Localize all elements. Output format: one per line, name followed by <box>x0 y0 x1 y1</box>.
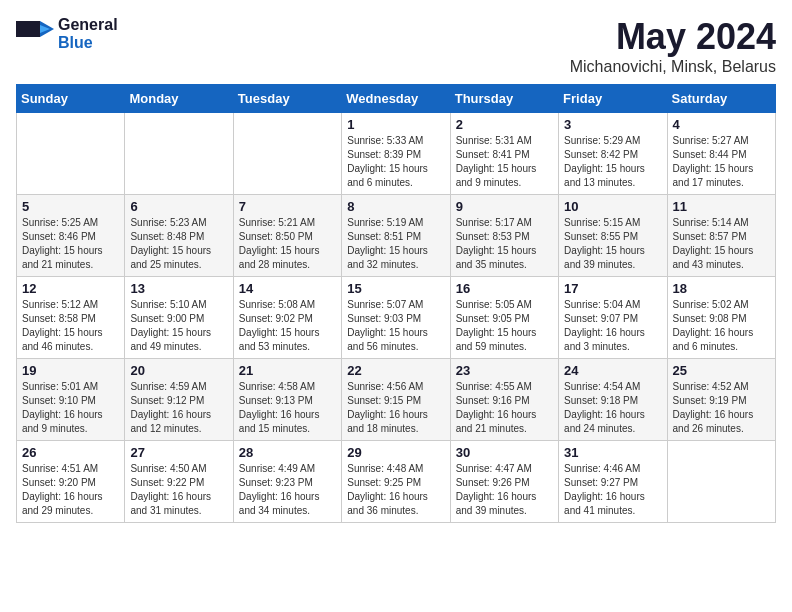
day-cell: 24Sunrise: 4:54 AMSunset: 9:18 PMDayligh… <box>559 359 667 441</box>
day-number: 22 <box>347 363 444 378</box>
header-cell-sunday: Sunday <box>17 85 125 113</box>
day-cell: 3Sunrise: 5:29 AMSunset: 8:42 PMDaylight… <box>559 113 667 195</box>
day-number: 27 <box>130 445 227 460</box>
day-number: 4 <box>673 117 770 132</box>
day-number: 19 <box>22 363 119 378</box>
header: General Blue May 2024 Michanovichi, Mins… <box>16 16 776 76</box>
day-number: 10 <box>564 199 661 214</box>
day-number: 1 <box>347 117 444 132</box>
header-row: SundayMondayTuesdayWednesdayThursdayFrid… <box>17 85 776 113</box>
day-cell: 18Sunrise: 5:02 AMSunset: 9:08 PMDayligh… <box>667 277 775 359</box>
day-number: 8 <box>347 199 444 214</box>
header-cell-tuesday: Tuesday <box>233 85 341 113</box>
day-cell: 27Sunrise: 4:50 AMSunset: 9:22 PMDayligh… <box>125 441 233 523</box>
day-number: 7 <box>239 199 336 214</box>
day-info: Sunrise: 4:56 AMSunset: 9:15 PMDaylight:… <box>347 380 444 436</box>
day-cell: 13Sunrise: 5:10 AMSunset: 9:00 PMDayligh… <box>125 277 233 359</box>
day-info: Sunrise: 5:07 AMSunset: 9:03 PMDaylight:… <box>347 298 444 354</box>
logo-general: General <box>58 16 118 33</box>
title-area: May 2024 Michanovichi, Minsk, Belarus <box>570 16 776 76</box>
day-info: Sunrise: 5:21 AMSunset: 8:50 PMDaylight:… <box>239 216 336 272</box>
day-cell: 10Sunrise: 5:15 AMSunset: 8:55 PMDayligh… <box>559 195 667 277</box>
day-number: 20 <box>130 363 227 378</box>
day-cell: 25Sunrise: 4:52 AMSunset: 9:19 PMDayligh… <box>667 359 775 441</box>
day-info: Sunrise: 5:10 AMSunset: 9:00 PMDaylight:… <box>130 298 227 354</box>
day-cell: 5Sunrise: 5:25 AMSunset: 8:46 PMDaylight… <box>17 195 125 277</box>
day-cell: 17Sunrise: 5:04 AMSunset: 9:07 PMDayligh… <box>559 277 667 359</box>
day-number: 29 <box>347 445 444 460</box>
day-info: Sunrise: 5:25 AMSunset: 8:46 PMDaylight:… <box>22 216 119 272</box>
day-info: Sunrise: 4:59 AMSunset: 9:12 PMDaylight:… <box>130 380 227 436</box>
day-info: Sunrise: 5:08 AMSunset: 9:02 PMDaylight:… <box>239 298 336 354</box>
day-cell: 23Sunrise: 4:55 AMSunset: 9:16 PMDayligh… <box>450 359 558 441</box>
day-cell: 26Sunrise: 4:51 AMSunset: 9:20 PMDayligh… <box>17 441 125 523</box>
day-cell: 12Sunrise: 5:12 AMSunset: 8:58 PMDayligh… <box>17 277 125 359</box>
day-number: 31 <box>564 445 661 460</box>
day-cell: 28Sunrise: 4:49 AMSunset: 9:23 PMDayligh… <box>233 441 341 523</box>
day-number: 17 <box>564 281 661 296</box>
calendar-title: May 2024 <box>570 16 776 58</box>
day-cell: 19Sunrise: 5:01 AMSunset: 9:10 PMDayligh… <box>17 359 125 441</box>
day-number: 6 <box>130 199 227 214</box>
calendar-table: SundayMondayTuesdayWednesdayThursdayFrid… <box>16 84 776 523</box>
day-cell: 15Sunrise: 5:07 AMSunset: 9:03 PMDayligh… <box>342 277 450 359</box>
day-number: 2 <box>456 117 553 132</box>
day-number: 13 <box>130 281 227 296</box>
day-number: 16 <box>456 281 553 296</box>
svg-rect-0 <box>16 21 40 37</box>
day-cell <box>667 441 775 523</box>
day-info: Sunrise: 5:19 AMSunset: 8:51 PMDaylight:… <box>347 216 444 272</box>
day-info: Sunrise: 4:50 AMSunset: 9:22 PMDaylight:… <box>130 462 227 518</box>
logo-icon <box>16 21 54 47</box>
day-cell: 1Sunrise: 5:33 AMSunset: 8:39 PMDaylight… <box>342 113 450 195</box>
day-info: Sunrise: 5:14 AMSunset: 8:57 PMDaylight:… <box>673 216 770 272</box>
day-info: Sunrise: 5:27 AMSunset: 8:44 PMDaylight:… <box>673 134 770 190</box>
day-cell: 21Sunrise: 4:58 AMSunset: 9:13 PMDayligh… <box>233 359 341 441</box>
day-cell: 6Sunrise: 5:23 AMSunset: 8:48 PMDaylight… <box>125 195 233 277</box>
header-cell-friday: Friday <box>559 85 667 113</box>
day-info: Sunrise: 5:23 AMSunset: 8:48 PMDaylight:… <box>130 216 227 272</box>
header-cell-monday: Monday <box>125 85 233 113</box>
day-info: Sunrise: 5:04 AMSunset: 9:07 PMDaylight:… <box>564 298 661 354</box>
day-number: 9 <box>456 199 553 214</box>
day-cell: 9Sunrise: 5:17 AMSunset: 8:53 PMDaylight… <box>450 195 558 277</box>
day-cell: 4Sunrise: 5:27 AMSunset: 8:44 PMDaylight… <box>667 113 775 195</box>
day-info: Sunrise: 5:31 AMSunset: 8:41 PMDaylight:… <box>456 134 553 190</box>
day-info: Sunrise: 5:17 AMSunset: 8:53 PMDaylight:… <box>456 216 553 272</box>
day-cell: 22Sunrise: 4:56 AMSunset: 9:15 PMDayligh… <box>342 359 450 441</box>
week-row-3: 12Sunrise: 5:12 AMSunset: 8:58 PMDayligh… <box>17 277 776 359</box>
day-info: Sunrise: 4:46 AMSunset: 9:27 PMDaylight:… <box>564 462 661 518</box>
day-cell: 30Sunrise: 4:47 AMSunset: 9:26 PMDayligh… <box>450 441 558 523</box>
header-cell-thursday: Thursday <box>450 85 558 113</box>
day-cell <box>125 113 233 195</box>
day-info: Sunrise: 5:01 AMSunset: 9:10 PMDaylight:… <box>22 380 119 436</box>
day-info: Sunrise: 5:15 AMSunset: 8:55 PMDaylight:… <box>564 216 661 272</box>
day-cell: 7Sunrise: 5:21 AMSunset: 8:50 PMDaylight… <box>233 195 341 277</box>
week-row-4: 19Sunrise: 5:01 AMSunset: 9:10 PMDayligh… <box>17 359 776 441</box>
day-cell: 16Sunrise: 5:05 AMSunset: 9:05 PMDayligh… <box>450 277 558 359</box>
week-row-2: 5Sunrise: 5:25 AMSunset: 8:46 PMDaylight… <box>17 195 776 277</box>
day-cell: 31Sunrise: 4:46 AMSunset: 9:27 PMDayligh… <box>559 441 667 523</box>
day-info: Sunrise: 5:33 AMSunset: 8:39 PMDaylight:… <box>347 134 444 190</box>
day-number: 12 <box>22 281 119 296</box>
day-cell: 20Sunrise: 4:59 AMSunset: 9:12 PMDayligh… <box>125 359 233 441</box>
day-info: Sunrise: 5:12 AMSunset: 8:58 PMDaylight:… <box>22 298 119 354</box>
day-info: Sunrise: 4:54 AMSunset: 9:18 PMDaylight:… <box>564 380 661 436</box>
day-info: Sunrise: 4:52 AMSunset: 9:19 PMDaylight:… <box>673 380 770 436</box>
day-info: Sunrise: 4:47 AMSunset: 9:26 PMDaylight:… <box>456 462 553 518</box>
logo-blue: Blue <box>58 34 93 51</box>
day-cell: 14Sunrise: 5:08 AMSunset: 9:02 PMDayligh… <box>233 277 341 359</box>
day-number: 15 <box>347 281 444 296</box>
day-number: 18 <box>673 281 770 296</box>
day-info: Sunrise: 4:48 AMSunset: 9:25 PMDaylight:… <box>347 462 444 518</box>
day-number: 24 <box>564 363 661 378</box>
header-cell-wednesday: Wednesday <box>342 85 450 113</box>
day-info: Sunrise: 4:49 AMSunset: 9:23 PMDaylight:… <box>239 462 336 518</box>
calendar-subtitle: Michanovichi, Minsk, Belarus <box>570 58 776 76</box>
header-cell-saturday: Saturday <box>667 85 775 113</box>
day-number: 30 <box>456 445 553 460</box>
week-row-5: 26Sunrise: 4:51 AMSunset: 9:20 PMDayligh… <box>17 441 776 523</box>
day-number: 26 <box>22 445 119 460</box>
day-info: Sunrise: 5:02 AMSunset: 9:08 PMDaylight:… <box>673 298 770 354</box>
day-number: 5 <box>22 199 119 214</box>
